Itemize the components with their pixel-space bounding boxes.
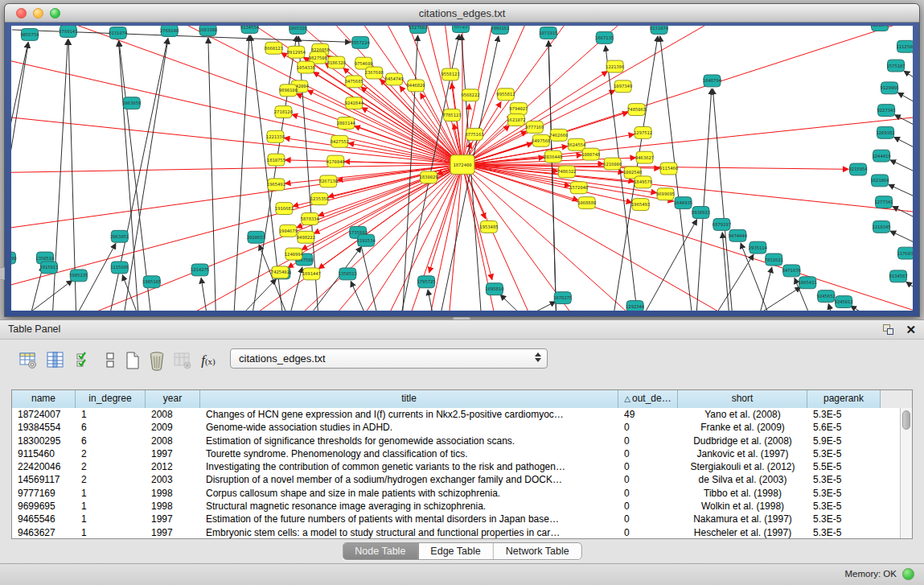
- close-window-icon[interactable]: [16, 8, 27, 19]
- column-header-in_degree[interactable]: in_degree: [76, 390, 146, 408]
- graph-edge[interactable]: [713, 89, 733, 311]
- graph-edge[interactable]: [11, 43, 28, 311]
- graph-node-label: 2063051: [110, 234, 129, 239]
- graph-node-label: 1209382: [876, 130, 894, 135]
- table-row[interactable]: 946362711997Embryonic stem cells: a mode…: [12, 526, 900, 538]
- float-panel-icon[interactable]: [883, 324, 895, 336]
- graph-node-label: 2191534: [357, 238, 376, 243]
- graph-edge[interactable]: [897, 93, 913, 112]
- graph-node-label: 1965493: [631, 202, 650, 207]
- column-header-year[interactable]: year: [146, 390, 200, 408]
- graph-node-label: 8471676: [782, 268, 801, 273]
- graph-edge[interactable]: [828, 304, 834, 311]
- graph-edge[interactable]: [696, 89, 711, 311]
- graph-edge[interactable]: [18, 280, 72, 311]
- graph-node-label: 7785123: [442, 113, 461, 117]
- graph-node-label: 9245652: [817, 294, 836, 299]
- graph-edge[interactable]: [234, 35, 249, 311]
- graph-edge[interactable]: [711, 254, 754, 311]
- graph-node-label: 8131074: [109, 31, 128, 35]
- table-row[interactable]: 1456911722003Disruption of a novel membe…: [12, 473, 900, 486]
- graph-edge[interactable]: [462, 165, 913, 290]
- graph-node-label: 1575107: [886, 64, 905, 68]
- delete-table-icon[interactable]: [145, 348, 169, 373]
- table-row[interactable]: 1830029562008Estimation of significance …: [12, 435, 900, 447]
- memory-status-indicator[interactable]: [902, 568, 914, 580]
- graph-edge[interactable]: [516, 302, 556, 311]
- function-builder-icon[interactable]: f(x): [196, 348, 220, 373]
- table-row[interactable]: 977716911998Corpus callosum shape and si…: [12, 487, 900, 500]
- network-canvas[interactable]: 9055754276914181310742769140160338091345…: [11, 26, 913, 311]
- graph-edge[interactable]: [640, 220, 697, 311]
- table-cell: 0: [618, 460, 678, 473]
- graph-edge[interactable]: [11, 165, 462, 311]
- tab-network-table[interactable]: Network Table: [494, 543, 581, 559]
- column-header-title[interactable]: title: [200, 390, 618, 408]
- graph-edge[interactable]: [462, 165, 913, 311]
- graph-edge[interactable]: [208, 38, 216, 311]
- graph-edge[interactable]: [746, 287, 800, 311]
- table-row[interactable]: 1872400712008Changes of HCN gene express…: [12, 408, 900, 421]
- graph-edge[interactable]: [904, 71, 913, 89]
- vertical-scrollbar[interactable]: [900, 408, 912, 538]
- graph-edge[interactable]: [893, 206, 913, 225]
- graph-node-label: 1640935: [674, 200, 692, 205]
- graph-node-label: 1065328: [289, 26, 307, 31]
- zoom-window-icon[interactable]: [50, 8, 60, 19]
- table-header-row: namein_degreeyeartitle△out_de…shortpager…: [12, 390, 912, 408]
- show-columns-icon[interactable]: [43, 348, 68, 373]
- graph-node-label: 9777169: [525, 125, 544, 130]
- graph-edge[interactable]: [462, 155, 582, 165]
- new-table-icon[interactable]: [121, 348, 145, 373]
- graph-node-label: 1080748: [581, 152, 600, 157]
- table-cell: 5.9E-5: [807, 435, 881, 447]
- table-cell: 9465546: [12, 513, 76, 525]
- citation-network-graph[interactable]: 9055754276914181310742769140160338091345…: [11, 26, 913, 311]
- table-cell: 6: [76, 435, 146, 447]
- graph-node-label: 1810755: [267, 158, 285, 163]
- tab-edge-table[interactable]: Edge Table: [418, 543, 493, 559]
- column-header-short[interactable]: short: [678, 390, 807, 408]
- table-source-select[interactable]: citations_edges.txt: [230, 348, 548, 369]
- table-cell: 2: [76, 460, 146, 473]
- scrollbar-thumb[interactable]: [902, 410, 910, 430]
- graph-node-label: 9474444: [729, 233, 748, 238]
- row-height-icon[interactable]: [98, 348, 122, 373]
- node-table: namein_degreeyeartitle△out_de…shortpager…: [11, 389, 913, 539]
- table-cell: 1997: [146, 513, 200, 525]
- tab-node-table[interactable]: Node Table: [343, 543, 418, 559]
- table-tabs-strip: Node TableEdge TableNetwork Table: [0, 542, 924, 564]
- graph-node-label: 7485063: [627, 107, 646, 112]
- sidebar-collapse-handle[interactable]: [0, 267, 5, 280]
- table-cell: 5.3E-5: [807, 513, 881, 525]
- close-panel-icon[interactable]: ✕: [906, 323, 916, 337]
- table-cell: 22420046: [12, 460, 76, 473]
- graph-node-label: 1350510: [35, 256, 54, 261]
- window-titlebar[interactable]: citations_edges.txt: [5, 4, 919, 23]
- table-row[interactable]: 2242004622012Investigating the contribut…: [12, 460, 900, 473]
- graph-edge[interactable]: [851, 306, 877, 311]
- graph-node-label: 1068880: [577, 200, 596, 205]
- table-row[interactable]: 946554611997Estimation of the future num…: [12, 513, 900, 525]
- table-row[interactable]: 911546021997Tourette syndrome. Phenomeno…: [12, 447, 900, 460]
- table-row[interactable]: 969969511998Structural magnetic resonanc…: [12, 500, 900, 513]
- graph-node-label: 6216000: [603, 162, 622, 167]
- table-row[interactable]: 1938455462009Genome-wide association stu…: [12, 421, 900, 434]
- graph-edge[interactable]: [31, 26, 462, 165]
- column-header-pagerank[interactable]: pagerank: [807, 390, 881, 408]
- select-columns-checklist-icon[interactable]: [72, 348, 97, 373]
- minimize-window-icon[interactable]: [33, 8, 43, 19]
- graph-edge[interactable]: [11, 39, 462, 164]
- graph-edge[interactable]: [351, 281, 368, 311]
- graph-edge[interactable]: [890, 160, 913, 180]
- graph-edge[interactable]: [906, 282, 913, 300]
- table-cell: 1: [76, 526, 146, 538]
- graph-edge[interactable]: [462, 39, 913, 164]
- column-header-name[interactable]: name: [12, 390, 76, 408]
- table-cell: 5.3E-5: [807, 408, 881, 421]
- graph-node-label: 9134554: [240, 26, 260, 30]
- table-settings-icon[interactable]: [16, 348, 40, 373]
- graph-edge[interactable]: [894, 137, 913, 156]
- graph-node-label: 8660123: [265, 46, 283, 51]
- column-header-out_de[interactable]: △out_de…: [618, 390, 678, 408]
